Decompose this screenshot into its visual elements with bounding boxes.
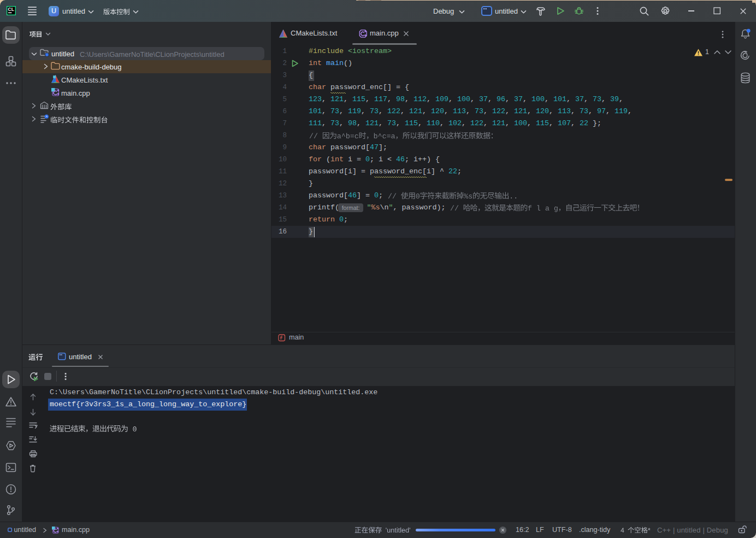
svg-text:CL: CL xyxy=(8,7,14,12)
